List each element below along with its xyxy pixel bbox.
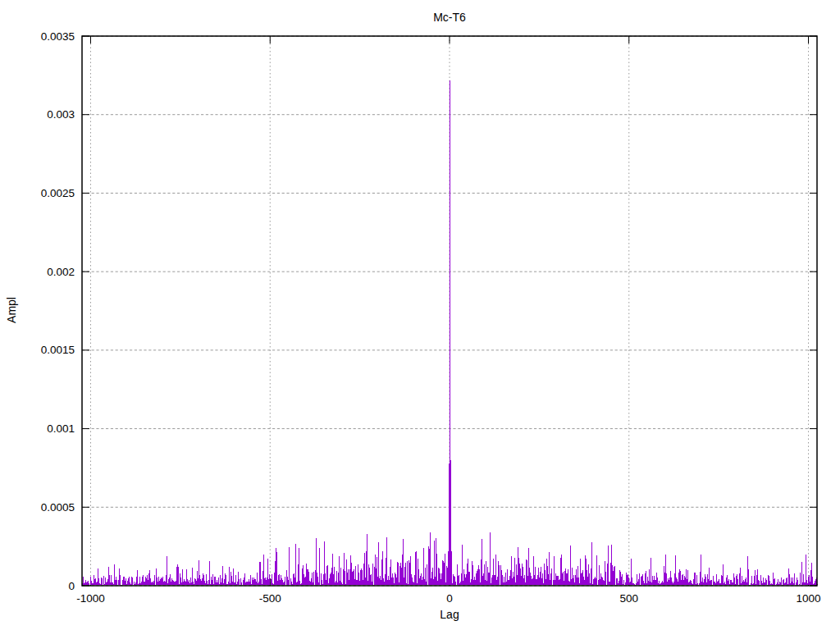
y-tick-label: 0.0035: [41, 30, 75, 43]
y-axis-label: Ampl: [5, 277, 18, 343]
x-tick-label: -500: [259, 592, 281, 605]
y-tick-label: 0.002: [47, 266, 75, 278]
y-tick-label: 0.0015: [41, 344, 75, 356]
y-tick-label: 0: [68, 580, 75, 592]
x-tick-label: -1000: [76, 592, 105, 605]
gnuplot-figure: -1000-5000500100000.00050.0010.00150.002…: [0, 0, 840, 630]
autocorrelation-series: [82, 80, 817, 586]
y-tick-label: 0.0005: [41, 501, 75, 514]
chart-title: Mc-T6: [82, 11, 817, 24]
x-tick-label: 0: [446, 592, 453, 605]
y-tick-label: 0.001: [47, 422, 75, 435]
x-tick-label: 1000: [796, 592, 820, 605]
x-axis-label: Lag: [82, 608, 817, 621]
plot-canvas: -1000-5000500100000.00050.0010.00150.002…: [0, 0, 840, 630]
y-tick-label: 0.003: [47, 108, 75, 121]
x-tick-label: 500: [619, 592, 638, 605]
y-tick-label: 0.0025: [41, 187, 75, 199]
